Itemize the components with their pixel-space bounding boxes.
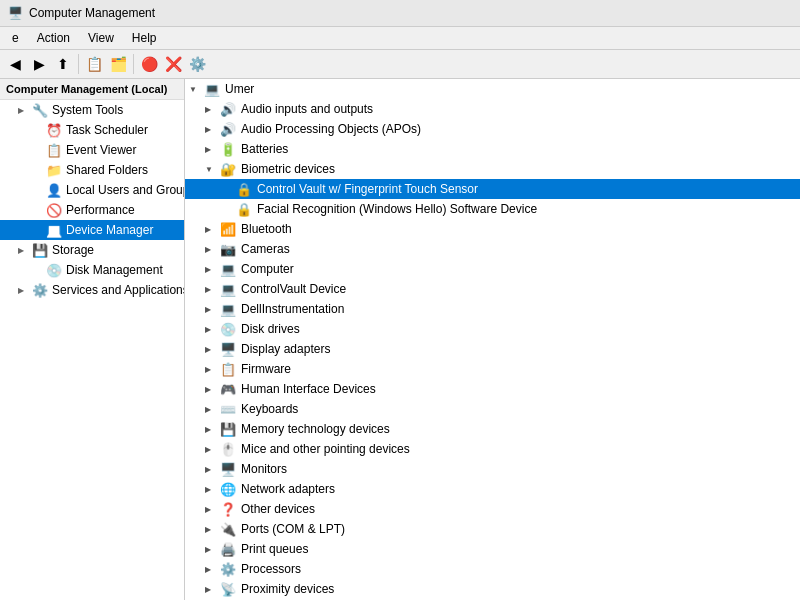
right-tree-monitors[interactable]: ▶ 🖥️ Monitors xyxy=(185,459,800,479)
right-tree-proximity[interactable]: ▶ 📡 Proximity devices xyxy=(185,579,800,599)
label-cameras: Cameras xyxy=(241,242,290,256)
arrow-disk-management xyxy=(32,266,46,275)
label-batteries: Batteries xyxy=(241,142,288,156)
toolbar: ◀ ▶ ⬆ 📋 🗂️ 🔴 ❌ ⚙️ xyxy=(0,50,800,79)
menu-item-file[interactable]: e xyxy=(4,29,27,47)
arrow-display-adapters: ▶ xyxy=(205,345,219,354)
right-tree-batteries[interactable]: ▶ 🔋 Batteries xyxy=(185,139,800,159)
arrow-local-users xyxy=(32,186,46,195)
right-tree-network-adapters[interactable]: ▶ 🌐 Network adapters xyxy=(185,479,800,499)
arrow-batteries: ▶ xyxy=(205,145,219,154)
right-tree-computer[interactable]: ▶ 💻 Computer xyxy=(185,259,800,279)
icon-ports: 🔌 xyxy=(219,521,237,537)
icon-bluetooth: 📶 xyxy=(219,221,237,237)
icon-shared-folders: 📁 xyxy=(46,162,62,178)
toolbar-properties-button[interactable]: 🔴 xyxy=(138,53,160,75)
right-tree-other-devices[interactable]: ▶ ❓ Other devices xyxy=(185,499,800,519)
right-panel: ▼ 💻 Umer ▶ 🔊 Audio inputs and outputs ▶ … xyxy=(185,79,800,600)
label-proximity: Proximity devices xyxy=(241,582,334,596)
arrow-disk-drives: ▶ xyxy=(205,325,219,334)
icon-control-vault: 🔒 xyxy=(235,181,253,197)
sidebar-item-disk-management[interactable]: 💿 Disk Management xyxy=(0,260,184,280)
icon-computer-node: 💻 xyxy=(219,261,237,277)
arrow-computer: ▶ xyxy=(205,265,219,274)
menu-item-action[interactable]: Action xyxy=(29,29,78,47)
icon-audio-apos: 🔊 xyxy=(219,121,237,137)
label-memory: Memory technology devices xyxy=(241,422,390,436)
icon-root: 💻 xyxy=(203,81,221,97)
arrow-biometric: ▼ xyxy=(205,165,219,174)
right-tree-bluetooth[interactable]: ▶ 📶 Bluetooth xyxy=(185,219,800,239)
label-event-viewer: Event Viewer xyxy=(66,143,136,157)
label-audio-apos: Audio Processing Objects (APOs) xyxy=(241,122,421,136)
right-tree-disk-drives[interactable]: ▶ 💿 Disk drives xyxy=(185,319,800,339)
right-tree-dell-instrumentation[interactable]: ▶ 💻 DellInstrumentation xyxy=(185,299,800,319)
toolbar-help-button[interactable]: ⚙️ xyxy=(186,53,208,75)
sidebar-item-performance[interactable]: 🚫 Performance xyxy=(0,200,184,220)
toolbar-up-button[interactable]: ⬆ xyxy=(52,53,74,75)
sidebar-item-local-users[interactable]: 👤 Local Users and Groups xyxy=(0,180,184,200)
right-tree-root[interactable]: ▼ 💻 Umer xyxy=(185,79,800,99)
sidebar-item-storage[interactable]: ▶ 💾 Storage xyxy=(0,240,184,260)
arrow-shared-folders xyxy=(32,166,46,175)
label-audio-inputs: Audio inputs and outputs xyxy=(241,102,373,116)
toolbar-forward-button[interactable]: ▶ xyxy=(28,53,50,75)
right-tree-processors[interactable]: ▶ ⚙️ Processors xyxy=(185,559,800,579)
right-tree-control-vault[interactable]: 🔒 Control Vault w/ Fingerprint Touch Sen… xyxy=(185,179,800,199)
icon-batteries: 🔋 xyxy=(219,141,237,157)
label-keyboards: Keyboards xyxy=(241,402,298,416)
toolbar-show-hide-button[interactable]: 📋 xyxy=(83,53,105,75)
icon-display-adapters: 🖥️ xyxy=(219,341,237,357)
right-tree-biometric[interactable]: ▼ 🔐 Biometric devices xyxy=(185,159,800,179)
right-tree-controlvault-dev[interactable]: ▶ 💻 ControlVault Device xyxy=(185,279,800,299)
arrow-hid: ▶ xyxy=(205,385,219,394)
icon-local-users: 👤 xyxy=(46,182,62,198)
right-tree-cameras[interactable]: ▶ 📷 Cameras xyxy=(185,239,800,259)
label-root: Umer xyxy=(225,82,254,96)
toolbar-delete-button[interactable]: ❌ xyxy=(162,53,184,75)
right-tree-keyboards[interactable]: ▶ ⌨️ Keyboards xyxy=(185,399,800,419)
label-disk-drives: Disk drives xyxy=(241,322,300,336)
menu-item-help[interactable]: Help xyxy=(124,29,165,47)
icon-disk-drives: 💿 xyxy=(219,321,237,337)
label-monitors: Monitors xyxy=(241,462,287,476)
right-tree-ports[interactable]: ▶ 🔌 Ports (COM & LPT) xyxy=(185,519,800,539)
sidebar-item-event-viewer[interactable]: 📋 Event Viewer xyxy=(0,140,184,160)
icon-system-tools: 🔧 xyxy=(32,102,48,118)
label-hid: Human Interface Devices xyxy=(241,382,376,396)
arrow-proximity: ▶ xyxy=(205,585,219,594)
label-bluetooth: Bluetooth xyxy=(241,222,292,236)
sidebar-item-device-manager[interactable]: 💻 Device Manager xyxy=(0,220,184,240)
label-performance: Performance xyxy=(66,203,135,217)
label-biometric: Biometric devices xyxy=(241,162,335,176)
label-firmware: Firmware xyxy=(241,362,291,376)
right-tree-facial-recog[interactable]: 🔒 Facial Recognition (Windows Hello) Sof… xyxy=(185,199,800,219)
right-tree-audio-apos[interactable]: ▶ 🔊 Audio Processing Objects (APOs) xyxy=(185,119,800,139)
label-ports: Ports (COM & LPT) xyxy=(241,522,345,536)
label-processors: Processors xyxy=(241,562,301,576)
right-tree-audio-inputs[interactable]: ▶ 🔊 Audio inputs and outputs xyxy=(185,99,800,119)
label-computer: Computer xyxy=(241,262,294,276)
toolbar-view-button[interactable]: 🗂️ xyxy=(107,53,129,75)
sidebar-item-services-apps[interactable]: ▶ ⚙️ Services and Applications xyxy=(0,280,184,300)
icon-firmware: 📋 xyxy=(219,361,237,377)
sidebar-item-shared-folders[interactable]: 📁 Shared Folders xyxy=(0,160,184,180)
right-tree-display-adapters[interactable]: ▶ 🖥️ Display adapters xyxy=(185,339,800,359)
sidebar-item-task-scheduler[interactable]: ⏰ Task Scheduler xyxy=(0,120,184,140)
right-tree-firmware[interactable]: ▶ 📋 Firmware xyxy=(185,359,800,379)
right-tree-mice[interactable]: ▶ 🖱️ Mice and other pointing devices xyxy=(185,439,800,459)
arrow-audio-inputs: ▶ xyxy=(205,105,219,114)
right-tree-print-queues[interactable]: ▶ 🖨️ Print queues xyxy=(185,539,800,559)
label-disk-management: Disk Management xyxy=(66,263,163,277)
menu-item-view[interactable]: View xyxy=(80,29,122,47)
icon-memory: 💾 xyxy=(219,421,237,437)
icon-disk-management: 💿 xyxy=(46,262,62,278)
arrow-firmware: ▶ xyxy=(205,365,219,374)
label-storage: Storage xyxy=(52,243,94,257)
right-tree-hid[interactable]: ▶ 🎮 Human Interface Devices xyxy=(185,379,800,399)
toolbar-back-button[interactable]: ◀ xyxy=(4,53,26,75)
right-tree-memory[interactable]: ▶ 💾 Memory technology devices xyxy=(185,419,800,439)
icon-processors: ⚙️ xyxy=(219,561,237,577)
sidebar-item-system-tools[interactable]: ▶ 🔧 System Tools xyxy=(0,100,184,120)
arrow-performance xyxy=(32,206,46,215)
